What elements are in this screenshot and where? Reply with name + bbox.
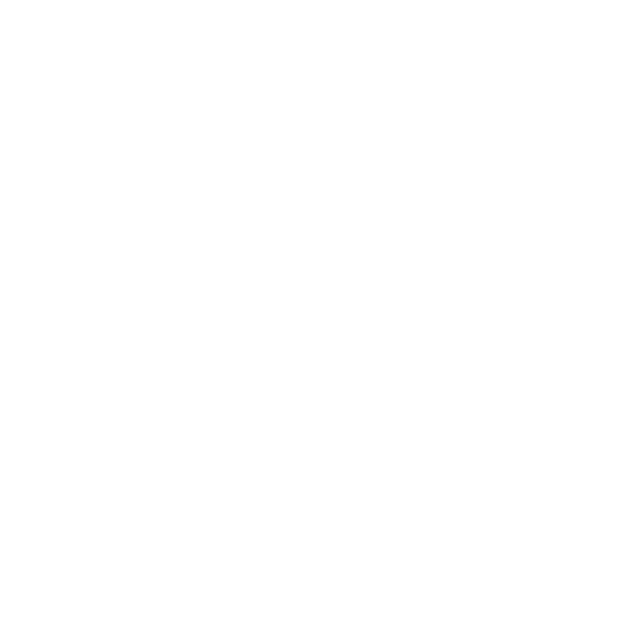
chart-svg [0,0,644,644]
chart-container [0,0,644,644]
